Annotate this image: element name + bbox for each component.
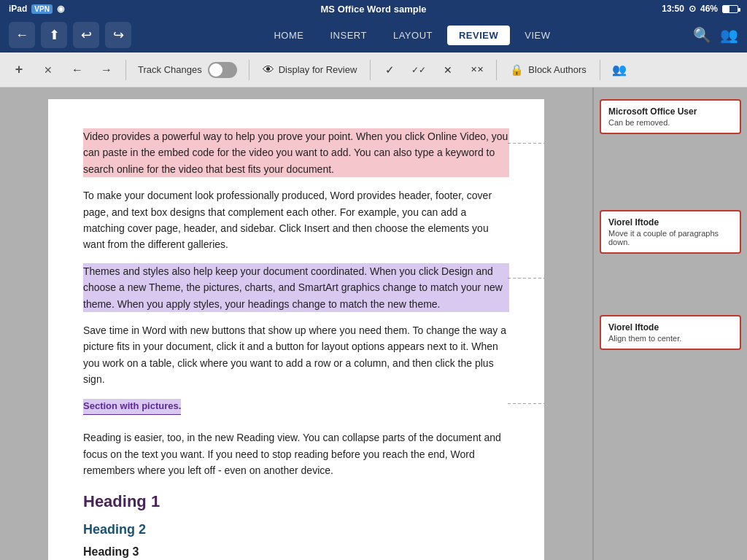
search-icon[interactable]: 🔍 xyxy=(693,26,711,44)
prev-change-button[interactable]: ← xyxy=(64,57,90,83)
title-bar-right: 🔍 👥 xyxy=(693,26,738,44)
tab-insert[interactable]: INSERT xyxy=(318,26,378,45)
comment-spacer-2 xyxy=(600,262,741,306)
undo-button[interactable]: ↩ xyxy=(73,22,99,48)
para-5: Reading is easier, too, in the new Readi… xyxy=(83,429,509,478)
comment-3-text: Align them to center. xyxy=(608,334,732,343)
accept-all-icon: ✓✓ xyxy=(411,65,426,75)
doc-page: Video provides a powerful way to help yo… xyxy=(48,99,544,560)
display-for-review-button[interactable]: 👁 Display for Review xyxy=(255,59,365,81)
comment-1-author: Microsoft Office User xyxy=(608,106,732,117)
comments-panel: Microsoft Office User Can be removed. Vi… xyxy=(594,88,747,560)
restrict-editing-icon: 👥 xyxy=(612,63,627,77)
comment-1-text: Can be removed. xyxy=(608,118,732,127)
tab-home[interactable]: HOME xyxy=(262,26,315,45)
heading-2: Heading 2 xyxy=(83,519,509,540)
share-icon: ⬆ xyxy=(49,27,60,43)
next-change-button[interactable]: → xyxy=(93,57,120,83)
tab-view[interactable]: VIEW xyxy=(513,26,562,45)
time: 13:50 xyxy=(662,4,684,14)
status-bar: iPad VPN ◉ MS Office Word sample 13:50 ⊙… xyxy=(0,0,747,18)
share-button[interactable]: ⬆ xyxy=(41,22,67,48)
toolbar-sep-1 xyxy=(125,60,126,80)
privacy-icon: ⊙ xyxy=(689,4,696,14)
toolbar-sep-4 xyxy=(496,60,497,80)
nav-tabs: HOME INSERT LAYOUT REVIEW VIEW xyxy=(137,26,687,45)
para-3: Themes and styles also help keep your do… xyxy=(83,263,509,312)
doc-wrapper: Video provides a powerful way to help yo… xyxy=(0,88,592,560)
status-bar-right: 13:50 ⊙ 46% xyxy=(662,4,738,14)
vpn-badge: VPN xyxy=(31,4,53,14)
heading-3: Heading 3 xyxy=(83,542,509,560)
reject-button[interactable]: ✕ xyxy=(435,57,461,83)
reject-all-button[interactable]: ✕✕ xyxy=(464,57,490,83)
display-review-label: Display for Review xyxy=(279,64,357,75)
back-button[interactable]: ← xyxy=(9,22,35,48)
para-5-text: Reading is easier, too, in the new Readi… xyxy=(83,432,501,476)
delete-comment-icon: ✕ xyxy=(44,64,53,76)
heading-1-text: Heading 1 xyxy=(83,492,160,510)
battery-label: 46% xyxy=(700,4,718,14)
para-1-text: Video provides a powerful way to help yo… xyxy=(83,131,508,175)
toolbar-sep-5 xyxy=(600,60,600,80)
doc-area: Video provides a powerful way to help yo… xyxy=(0,88,747,560)
toolbar: + ✕ ← → Track Changes 👁 Display for Revi… xyxy=(0,52,747,88)
track-changes-toggle[interactable] xyxy=(208,62,237,78)
connector-2 xyxy=(508,278,544,279)
comment-2-author: Viorel Iftode xyxy=(608,217,732,228)
title-bar: ← ⬆ ↩ ↪ HOME INSERT LAYOUT REVIEW VIEW 🔍… xyxy=(0,18,747,52)
comment-2-text: Move it a couple of paragraphs down. xyxy=(608,229,732,246)
para-2-text: To make your document look professionall… xyxy=(83,190,492,250)
add-comment-button[interactable]: + xyxy=(6,57,32,83)
redo-icon: ↪ xyxy=(113,27,124,43)
toolbar-sep-2 xyxy=(249,60,249,80)
tab-review[interactable]: REVIEW xyxy=(447,26,510,45)
para-3-text: Themes and styles also help keep your do… xyxy=(83,265,503,310)
tab-layout[interactable]: LAYOUT xyxy=(382,26,444,45)
app-title: MS Office Word sample xyxy=(321,4,427,15)
para-1: Video provides a powerful way to help yo… xyxy=(83,128,509,177)
add-comment-icon: + xyxy=(15,62,23,77)
status-bar-left: iPad VPN ◉ xyxy=(9,4,64,14)
para-2: To make your document look professionall… xyxy=(83,187,509,253)
undo-icon: ↩ xyxy=(81,27,92,43)
para-4: Save time in Word with new buttons that … xyxy=(83,322,509,388)
accept-icon: ✓ xyxy=(385,63,395,77)
block-authors-label: Block Authors xyxy=(528,64,587,75)
battery-icon xyxy=(722,5,738,13)
heading-3-text: Heading 3 xyxy=(83,545,139,558)
toolbar-sep-3 xyxy=(370,60,371,80)
track-changes-label: Track Changes xyxy=(138,64,202,75)
status-bar-center: MS Office Word sample xyxy=(321,4,427,15)
redo-button[interactable]: ↪ xyxy=(105,22,131,48)
section-title-text: Section with pictures. xyxy=(83,399,181,415)
comment-card-2[interactable]: Viorel Iftode Move it a couple of paragr… xyxy=(600,210,741,254)
back-icon: ← xyxy=(15,28,28,43)
reject-all-icon: ✕✕ xyxy=(471,65,484,74)
para-section-title: Section with pictures. xyxy=(83,397,509,419)
prev-change-icon: ← xyxy=(71,63,83,77)
para-4-text: Save time in Word with new buttons that … xyxy=(83,324,506,385)
user-icon[interactable]: 👥 xyxy=(720,26,738,44)
comment-card-1[interactable]: Microsoft Office User Can be removed. xyxy=(600,99,741,134)
comment-card-3[interactable]: Viorel Iftode Align them to center. xyxy=(600,315,741,350)
title-bar-icons: ← ⬆ ↩ ↪ xyxy=(9,22,131,48)
display-review-icon: 👁 xyxy=(263,63,274,77)
restrict-editing-button[interactable]: 👥 xyxy=(606,57,632,83)
track-changes-group: Track Changes xyxy=(132,62,243,78)
comment-3-author: Viorel Iftode xyxy=(608,322,732,332)
next-change-icon: → xyxy=(101,63,112,77)
wifi-label: iPad xyxy=(9,4,27,14)
reject-icon: ✕ xyxy=(444,64,452,76)
block-authors-icon: 🔒 xyxy=(510,63,524,77)
accept-all-button[interactable]: ✓✓ xyxy=(406,57,432,83)
heading-1: Heading 1 xyxy=(83,489,509,514)
accept-button[interactable]: ✓ xyxy=(376,57,403,83)
block-authors-button[interactable]: 🔒 Block Authors xyxy=(503,59,594,81)
connector-3 xyxy=(508,403,544,404)
connector-1 xyxy=(508,143,544,144)
signal-icon: ◉ xyxy=(57,4,64,14)
comment-spacer xyxy=(600,143,741,201)
heading-2-text: Heading 2 xyxy=(83,522,146,537)
delete-comment-button[interactable]: ✕ xyxy=(35,57,61,83)
